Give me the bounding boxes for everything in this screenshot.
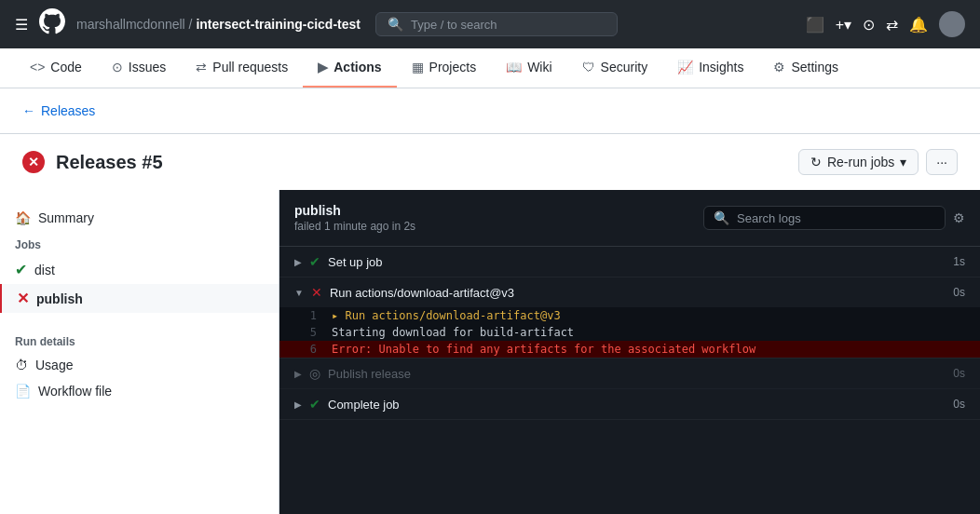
step-time: 0s [953,398,965,411]
nav-issues[interactable]: ⊙ Issues [97,48,181,88]
nav-insights[interactable]: 📈 Insights [662,48,758,88]
settings-nav-icon: ⚙ [773,60,785,74]
log-header: publish failed 1 minute ago in 2s 🔍 ⚙ [279,190,980,247]
log-job-name: publish [294,203,415,218]
log-step-complete-job: ▶ ✔ Complete job 0s [279,389,980,420]
log-step-publish-release: ▶ ◎ Publish release 0s [279,358,980,389]
terminal-icon[interactable]: ⬛ [806,16,824,34]
workflow-file-icon: 📄 [15,384,31,399]
issues-nav-icon: ⊙ [112,60,123,74]
breadcrumb-link[interactable]: ← Releases [22,103,95,118]
create-new-icon[interactable]: +▾ [836,16,851,34]
issues-icon[interactable]: ⊙ [863,16,875,34]
re-run-jobs-button[interactable]: ↻ Re-run jobs ▾ [798,149,919,175]
step-label: Complete job [328,398,400,412]
log-search-icon: 🔍 [714,210,729,225]
insights-nav-icon: 📈 [677,60,693,74]
line-text: ▸ Run actions/download-artifact@v3 [332,309,561,322]
nav-wiki[interactable]: 📖 Wiki [491,48,566,88]
step-success-icon: ✔ [309,254,320,269]
chevron-down-icon: ▼ [294,288,304,298]
github-logo-icon [39,8,65,41]
line-number: 1 [298,309,317,322]
log-body: 1 ▸ Run actions/download-artifact@v3 5 S… [279,307,980,358]
success-icon: ✔ [15,261,27,278]
nav-code[interactable]: <> Code [15,48,97,88]
dropdown-chevron-icon: ▾ [900,155,906,169]
sidebar-item-usage[interactable]: ⏱ Usage [0,352,279,378]
log-line-error: 6 Error: Unable to find any artifacts fo… [279,341,980,358]
summary-icon: 🏠 [15,210,31,225]
log-step-complete-header[interactable]: ▶ ✔ Complete job 0s [279,389,980,419]
log-search-input[interactable] [737,211,935,225]
line-number: 6 [298,343,317,356]
sidebar-item-summary[interactable]: 🏠 Summary [0,205,279,231]
step-time: 1s [953,255,965,268]
security-nav-icon: 🛡 [582,60,595,74]
search-icon: 🔍 [388,17,403,32]
global-search[interactable]: 🔍 Type / to search [375,12,618,36]
step-success-icon: ✔ [309,397,320,412]
log-step-download-artifact: ▼ ✕ Run actions/download-artifact@v3 0s … [279,277,980,358]
page-title: Releases #5 [56,152,163,173]
log-line: 5 Starting download for build-artifact [279,324,980,341]
re-run-icon: ↻ [810,155,822,169]
actions-nav-icon: ▶ [318,60,328,74]
run-details-section-label: Run details [0,328,279,352]
page-title-row: ✕ Releases #5 ↻ Re-run jobs ▾ ··· [0,134,980,190]
step-time: 0s [953,367,965,380]
log-status: failed 1 minute ago in 2s [294,220,415,233]
main-layout: 🏠 Summary Jobs ✔ dist ✕ publish Run deta… [0,190,980,514]
log-step-download-header[interactable]: ▼ ✕ Run actions/download-artifact@v3 0s [279,277,980,307]
step-fail-icon: ✕ [311,285,322,300]
repo-navigation: <> Code ⊙ Issues ⇄ Pull requests ▶ Actio… [0,48,980,88]
log-line: 1 ▸ Run actions/download-artifact@v3 [279,307,980,324]
step-label: Set up job [328,255,383,269]
pr-nav-icon: ⇄ [196,60,207,74]
nav-settings[interactable]: ⚙ Settings [758,48,853,88]
back-icon: ← [22,103,35,118]
chevron-right-icon: ▶ [294,369,302,379]
sidebar-item-dist[interactable]: ✔ dist [0,255,279,284]
fail-icon: ✕ [17,290,29,307]
jobs-section-label: Jobs [0,231,279,255]
wiki-nav-icon: 📖 [506,60,522,74]
step-label: Run actions/download-artifact@v3 [330,286,514,300]
notifications-icon[interactable]: 🔔 [909,16,928,34]
log-step-setup-header[interactable]: ▶ ✔ Set up job 1s [279,247,980,277]
nav-projects[interactable]: ▦ Projects [397,48,492,88]
sidebar-item-workflow-file[interactable]: 📄 Workflow file [0,378,279,404]
log-step-publish-header[interactable]: ▶ ◎ Publish release 0s [279,358,980,388]
step-time: 0s [953,286,965,299]
nav-actions[interactable]: ▶ Actions [303,48,396,88]
line-text: Error: Unable to find any artifacts for … [332,343,755,356]
top-navigation: ☰ marshallmcdonnell / intersect-training… [0,0,980,48]
log-step-setup: ▶ ✔ Set up job 1s [279,247,980,277]
sidebar: 🏠 Summary Jobs ✔ dist ✕ publish Run deta… [0,190,279,514]
step-skipped-icon: ◎ [309,366,320,381]
nav-pull-requests[interactable]: ⇄ Pull requests [181,48,303,88]
log-settings-icon[interactable]: ⚙ [953,210,965,225]
log-entries: ▶ ✔ Set up job 1s ▼ ✕ Run actions/downlo… [279,247,980,514]
chevron-right-icon: ▶ [294,257,302,267]
status-fail-badge: ✕ [22,151,45,173]
step-label: Publish release [328,367,411,381]
repo-path: marshallmcdonnell / intersect-training-c… [76,17,361,32]
line-text: Starting download for build-artifact [332,326,574,339]
code-icon: <> [30,60,45,74]
pull-requests-icon[interactable]: ⇄ [886,16,898,34]
projects-nav-icon: ▦ [412,60,424,74]
line-number: 5 [298,326,317,339]
breadcrumb-label: Releases [41,103,95,118]
usage-icon: ⏱ [15,358,28,372]
hamburger-menu-icon[interactable]: ☰ [15,16,28,34]
sidebar-item-publish[interactable]: ✕ publish [0,284,279,313]
avatar[interactable] [939,11,965,37]
log-panel: publish failed 1 minute ago in 2s 🔍 ⚙ ▶ … [279,190,980,514]
nav-security[interactable]: 🛡 Security [567,48,663,88]
breadcrumb: ← Releases [0,88,980,134]
chevron-right-icon: ▶ [294,399,302,410]
more-options-button[interactable]: ··· [926,149,958,175]
log-search-bar[interactable]: 🔍 [703,206,946,230]
